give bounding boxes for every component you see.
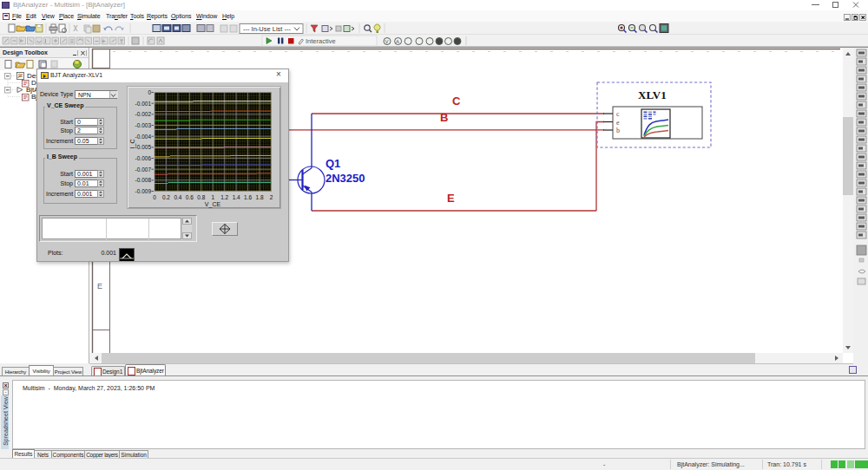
svg-text:E: E [97,282,102,290]
svg-text:c: c [616,110,620,118]
svg-text:-0.009: -0.009 [135,188,152,194]
svg-text:0.2: 0.2 [162,194,170,200]
svg-text:-0.004: -0.004 [135,134,152,140]
svg-text:XLV1: XLV1 [638,88,667,101]
svg-text:V_CE: V_CE [205,201,221,208]
svg-text:-0.008: -0.008 [135,177,152,183]
svg-text:0.4: 0.4 [174,194,181,200]
svg-text:1.2: 1.2 [220,194,228,200]
svg-text:e: e [616,119,620,127]
svg-text:2N3250: 2N3250 [326,172,365,185]
svg-text:-0.001: -0.001 [135,101,152,107]
svg-text:1.8: 1.8 [256,194,264,200]
svg-text:0: 0 [153,194,156,200]
svg-text:I_C: I_C [129,140,136,149]
svg-text:Q1: Q1 [326,157,340,170]
svg-text:C: C [452,95,461,108]
svg-text:0: 0 [148,89,151,95]
svg-text:-0.003: -0.003 [135,122,152,128]
svg-text:-0.005: -0.005 [135,144,152,150]
svg-text:-0.002: -0.002 [135,111,152,117]
svg-text:B: B [440,111,448,124]
svg-text:0.8: 0.8 [197,194,205,200]
svg-text:-0.006: -0.006 [135,155,152,161]
svg-text:2: 2 [270,194,273,200]
svg-text:b: b [616,127,620,134]
svg-text:1: 1 [211,194,214,200]
svg-text:0.6: 0.6 [186,194,194,200]
svg-text:1.6: 1.6 [244,194,252,200]
svg-text:E: E [447,192,455,205]
svg-text:1.4: 1.4 [233,194,240,200]
svg-text:-0.007: -0.007 [135,166,152,173]
